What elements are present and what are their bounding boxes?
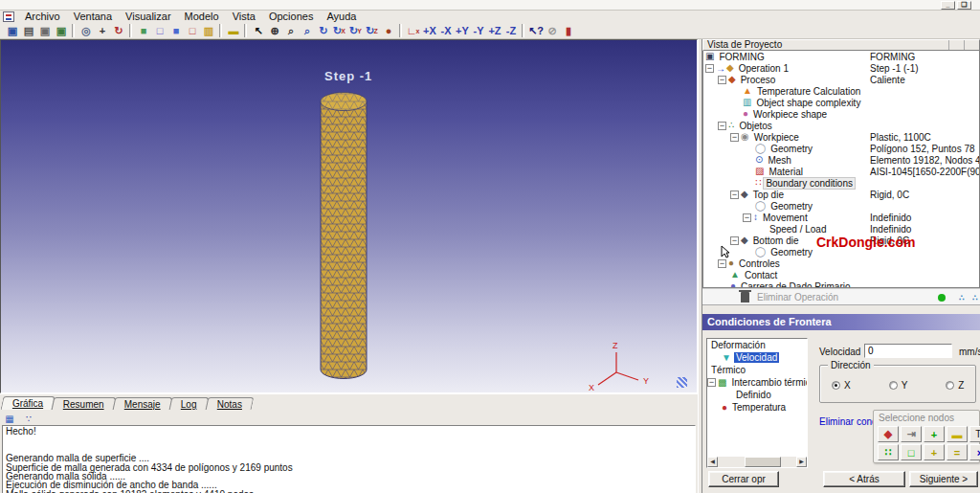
tree-row[interactable]: − ◉ Workpiece Plastic, 1100C	[703, 131, 979, 143]
context-help-icon[interactable]: ↖?	[527, 24, 544, 38]
rotate-free-icon[interactable]: ↻	[315, 24, 331, 38]
bc-tree-row[interactable]: Térmico	[707, 364, 807, 376]
tree-row[interactable]: − ∴ Objetos	[703, 120, 979, 131]
menu-item[interactable]: Visualizar	[119, 11, 178, 23]
menu-item[interactable]: Ayuda	[320, 11, 363, 23]
tree-row[interactable]: ▨ Material AISI-1045[1650-2200F(900-1200…	[703, 166, 979, 177]
bc-tree-row[interactable]: ▼ Velocidad	[707, 351, 807, 364]
tree-expander[interactable]: −	[730, 133, 739, 142]
tree-row[interactable]: ● Workpiece shape	[703, 108, 979, 120]
log-window-icon[interactable]: ▦	[3, 413, 16, 425]
menu-item[interactable]: Opciones	[262, 11, 320, 23]
view-plus-x-icon[interactable]: +X	[421, 24, 437, 38]
save-icon[interactable]: ▣	[4, 24, 20, 38]
tree-row[interactable]: ▥ Object shape complexity	[703, 97, 979, 108]
tree-row[interactable]: ▲ Contact	[703, 269, 979, 280]
zoom-window-icon[interactable]: ⌕	[299, 24, 315, 38]
rotate-z-icon[interactable]: ↻Z	[364, 24, 380, 38]
radio-icon[interactable]	[889, 381, 898, 390]
tree-expander[interactable]: −	[718, 259, 726, 268]
bc-tree-row[interactable]: Deformación	[707, 339, 807, 351]
select-surface-nodes-button[interactable]: ⇥	[901, 426, 922, 442]
open-box-view-icon[interactable]: ▥	[200, 24, 216, 38]
add-picked-node-button[interactable]: +	[924, 444, 945, 460]
tree-expander[interactable]: −	[718, 122, 726, 130]
restore-button[interactable]: ❏	[957, 1, 971, 10]
solid-view-icon[interactable]: ■	[167, 24, 184, 38]
pan-tool-icon[interactable]: ⊕	[266, 24, 282, 38]
view-minus-x-icon[interactable]: -X	[437, 24, 454, 38]
menu-item[interactable]: Vista	[226, 11, 262, 23]
scrollbar-thumb[interactable]	[745, 457, 781, 467]
bc-tree-row[interactable]: Definido	[707, 389, 807, 401]
select-node-pair-button[interactable]: ∷	[878, 444, 899, 460]
rotate-globe-icon[interactable]: ●	[380, 24, 396, 38]
message-tab[interactable]: Notas	[205, 397, 254, 410]
message-tab[interactable]: Gráfica	[1, 396, 56, 410]
exit-icon[interactable]: ▮	[560, 24, 576, 38]
radio-icon[interactable]	[946, 381, 954, 390]
rotate-y-icon[interactable]: ↻Y	[347, 24, 364, 38]
viewport-grip-icon[interactable]	[677, 377, 687, 388]
menu-item[interactable]: Archivo	[18, 11, 67, 23]
bc-tree-hscrollbar[interactable]: ◀ ▶	[707, 457, 807, 467]
radio-icon[interactable]	[832, 381, 840, 390]
tree-row[interactable]: − ↕ Movement Indefinido	[703, 212, 979, 223]
measure-tool-icon[interactable]: ▬	[225, 24, 241, 38]
zoom-tool-icon[interactable]: ⌕	[282, 24, 299, 38]
view-minus-z-icon[interactable]: -Z	[502, 24, 519, 38]
direction-radio[interactable]: Z	[946, 380, 964, 391]
tree-row[interactable]: − ◆ Top die Rigid, 0C	[703, 189, 979, 200]
project-tree-header[interactable]: Vista de Proyecto	[702, 39, 980, 51]
rotate-x-icon[interactable]: ↻X	[331, 24, 347, 38]
next-button[interactable]: Siguiente >	[909, 471, 978, 487]
tree-row[interactable]: ● Carrera de Dado Primario	[703, 280, 979, 288]
app-icon[interactable]	[3, 11, 14, 22]
view-plus-y-icon[interactable]: +Y	[454, 24, 470, 38]
print-icon[interactable]: ▤	[20, 24, 36, 38]
viewport-3d[interactable]: Step -1 Z X Y	[0, 39, 698, 393]
select-cursor-icon[interactable]: ↖	[250, 24, 266, 38]
log-output[interactable]: Hecho!Generando malla de superficie ....…	[2, 425, 696, 493]
tree-row[interactable]: ▲ Temperature Calculation	[703, 85, 979, 97]
tree-expander[interactable]: −	[730, 236, 739, 245]
direction-radio[interactable]: X	[832, 380, 851, 391]
velocity-input[interactable]	[864, 344, 952, 358]
message-tab[interactable]: Resumen	[52, 397, 117, 410]
add-nodes-button[interactable]: +	[924, 426, 945, 442]
delete-operation-bar[interactable]: Eliminar Operación ∴ ∴	[702, 288, 980, 305]
tree-expander[interactable]: −	[718, 76, 726, 84]
tree-row[interactable]: ◯ Geometry	[703, 200, 979, 212]
tree-row[interactable]: − ● Controles	[703, 258, 979, 269]
tree-row[interactable]: ⊙ Mesh Elemento 19182, Nodos 4410	[703, 154, 979, 166]
object-display-icon[interactable]: ◎	[78, 24, 94, 38]
view-minus-y-icon[interactable]: -Y	[470, 24, 486, 38]
tree-expander[interactable]: −	[707, 378, 716, 387]
tree-row[interactable]: − ◆ Proceso Caliente	[703, 74, 979, 85]
minimize-button[interactable]: _	[941, 1, 955, 10]
message-tab[interactable]: Log	[168, 397, 208, 410]
tree-row[interactable]: ◯ Geometry Polígono 152, Puntos 78	[703, 143, 979, 154]
bc-tree-row[interactable]: ● Temperatura	[707, 401, 807, 414]
bc-tree-row[interactable]: − ▩ Intercambio térmico c	[707, 376, 807, 389]
clear-selection-button[interactable]: ×	[969, 444, 980, 460]
fit-view-icon[interactable]: +	[94, 24, 110, 38]
tree-expander[interactable]: −	[730, 190, 739, 199]
menu-item[interactable]: Ventana	[67, 11, 119, 23]
shaded-view-icon[interactable]: ■	[135, 24, 151, 38]
tree-expander[interactable]: −	[743, 213, 751, 222]
tree-row[interactable]: − → ◆ Operation 1 Step -1 (-1)	[703, 62, 979, 74]
remove-nodes-button[interactable]: ▬	[947, 426, 968, 442]
axis-reference-icon[interactable]: ∟x	[405, 24, 421, 38]
close-operation-button[interactable]: Cerrar opr	[708, 471, 779, 487]
scroll-right-icon[interactable]: ▶	[796, 457, 807, 467]
snapshot-export-icon[interactable]: ▣	[53, 24, 69, 38]
message-tab[interactable]: Mensaje	[113, 397, 173, 410]
tree-row[interactable]: ▣ FORMING FORMING	[703, 51, 979, 62]
select-window-button[interactable]: □	[901, 444, 922, 460]
refresh-view-icon[interactable]: ↻	[110, 24, 126, 38]
view-plus-z-icon[interactable]: +Z	[486, 24, 502, 38]
node-list-button[interactable]: =	[947, 444, 968, 460]
scroll-left-icon[interactable]: ◀	[707, 457, 718, 467]
tree-row[interactable]: Speed / Load Indefinido	[703, 223, 979, 235]
